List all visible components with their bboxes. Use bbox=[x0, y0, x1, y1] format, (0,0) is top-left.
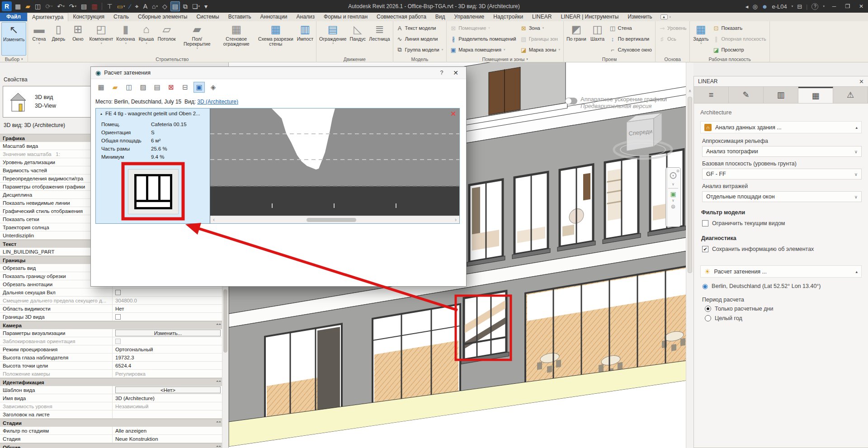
ribbon-tab-12[interactable]: Управление bbox=[450, 13, 489, 21]
property-value[interactable]: Регулировка bbox=[112, 370, 222, 377]
ribbon-button[interactable]: ▯Дверь bbox=[49, 22, 68, 56]
ribbon-button[interactable]: ◪Марка зоны▾ bbox=[519, 44, 562, 55]
collapse-infocenter-icon[interactable]: ◂ bbox=[745, 3, 749, 10]
linear-select[interactable]: Отдельные площади окон∨ bbox=[702, 191, 862, 202]
window-minus-icon[interactable]: ⊟ bbox=[179, 82, 191, 93]
project-browser-icon[interactable]: ▦ bbox=[14, 1, 22, 11]
measure-arrow-icon[interactable]: ▾ bbox=[123, 5, 125, 8]
property-value[interactable] bbox=[112, 313, 222, 321]
properties-section-header[interactable]: Общие⌃⌃ bbox=[0, 443, 222, 448]
print-icon[interactable]: ▤ bbox=[80, 1, 88, 11]
property-value[interactable]: Ортогональный bbox=[112, 345, 222, 353]
property-value[interactable]: Alle anzeigen bbox=[112, 427, 222, 434]
redo-icon[interactable]: ↷▾ bbox=[68, 1, 78, 11]
property-row[interactable]: Высота глаза наблюдателя19732.3 bbox=[0, 354, 222, 362]
linear-tab-menu[interactable]: ≡ bbox=[694, 87, 729, 103]
ribbon-tab-16[interactable]: Изменить bbox=[623, 13, 656, 21]
dialog-help-button[interactable]: ? bbox=[437, 70, 447, 76]
ribbon-button[interactable]: ◪Просмотр bbox=[711, 44, 768, 55]
canvas-vertical-scrollbar[interactable]: ∧ bbox=[686, 62, 693, 448]
property-value[interactable]: 6524.4 bbox=[112, 362, 222, 369]
sync-icon[interactable]: ⟳▾ bbox=[44, 1, 54, 11]
ribbon-tab-5[interactable]: Системы bbox=[192, 13, 223, 21]
ribbon-button[interactable]: ∦Разделитель помещений bbox=[448, 33, 518, 44]
ribbon-group-label[interactable]: Помещения и зоны▾ bbox=[447, 56, 563, 62]
search-icon[interactable]: ◎ bbox=[752, 3, 757, 10]
section-icon[interactable]: ◇ bbox=[161, 1, 169, 11]
sync-arrow-icon[interactable]: ▾ bbox=[51, 5, 53, 8]
ribbon-button[interactable]: ▥Импост bbox=[296, 22, 315, 56]
window-view-icon[interactable]: ▣ bbox=[193, 82, 205, 93]
linear-tab-library[interactable]: ▥ bbox=[764, 87, 798, 103]
navigation-bar[interactable]: ⊗ ⊙ ∨ ▣ ∨ ⊜ bbox=[665, 167, 681, 227]
scroll-left-icon[interactable]: ‹ bbox=[210, 217, 217, 223]
app-store-icon[interactable]: ⊟ bbox=[797, 3, 802, 10]
property-value[interactable] bbox=[112, 337, 222, 345]
dropdown-arrow-icon[interactable]: ▾ bbox=[196, 47, 198, 50]
property-value[interactable] bbox=[112, 410, 222, 418]
shading-chart[interactable]: ✕ ‹ › bbox=[210, 108, 459, 223]
ribbon-button[interactable]: ⌂Крыша ▾ bbox=[137, 22, 156, 56]
measure-icon[interactable]: ▭▾ bbox=[116, 1, 127, 11]
collapse-section-icon[interactable]: ⌃⌃ bbox=[216, 421, 221, 425]
collapse-group-icon[interactable]: ▴ bbox=[855, 269, 858, 274]
switch-windows-icon[interactable]: ❏▾ bbox=[191, 1, 201, 11]
close-inactive-icon[interactable]: ⧉ bbox=[182, 1, 189, 11]
switch-windows-arrow-icon[interactable]: ▾ bbox=[198, 5, 200, 8]
dropdown-arrow-icon[interactable]: ▾ bbox=[125, 42, 127, 45]
save-icon[interactable]: ◫ bbox=[33, 1, 42, 11]
ribbon-group-label[interactable]: Выбор▾ bbox=[0, 56, 28, 62]
tag-by-category-icon[interactable]: ⌖ bbox=[134, 1, 140, 11]
ribbon-button[interactable]: ⊠Зона▾ bbox=[519, 23, 562, 33]
ribbon-button[interactable]: ↕По вертикали bbox=[608, 33, 654, 44]
collapse-group-icon[interactable]: ▴ bbox=[855, 125, 858, 130]
customize-qat-icon[interactable]: ▾ bbox=[203, 1, 209, 11]
ribbon-button[interactable]: ∥Опорная плоскость bbox=[711, 33, 768, 44]
linear-radio-row[interactable]: Только расчетные дни bbox=[705, 305, 862, 313]
ribbon-group-label[interactable]: Проем bbox=[564, 56, 655, 62]
detail-line-icon[interactable]: ∕ bbox=[128, 1, 132, 11]
delete-icon[interactable]: ⊠ bbox=[165, 82, 177, 93]
ribbon-button[interactable]: ▮Колонна ▾ bbox=[115, 22, 136, 56]
linear-close-icon[interactable]: ✕ bbox=[859, 78, 864, 85]
undo-arrow-icon[interactable]: ▾ bbox=[63, 5, 65, 8]
dropdown-arrow-icon[interactable]: ▾ bbox=[38, 42, 40, 45]
collapse-section-icon[interactable]: ⌃⌃ bbox=[216, 445, 221, 448]
linear-checkbox-row[interactable]: Ограничить текущим видом bbox=[702, 219, 862, 228]
property-row[interactable]: Заблокированная ориентация bbox=[0, 337, 222, 345]
report-icon[interactable]: ▨ bbox=[137, 82, 149, 93]
property-value[interactable]: Независимый bbox=[112, 402, 222, 410]
ribbon-tab-6[interactable]: Вставить bbox=[224, 13, 256, 21]
ribbon-button[interactable]: ▦Схема разрезки стены bbox=[256, 22, 295, 56]
property-row[interactable]: Шаблон вида<Нет> bbox=[0, 386, 222, 394]
ribbon-button[interactable]: ↖Изменить bbox=[1, 22, 26, 56]
ribbon-tab-0[interactable]: Файл bbox=[0, 13, 27, 21]
selection-state-chip[interactable]: ▲ ▾ bbox=[660, 13, 671, 21]
open-icon[interactable]: ▰ bbox=[24, 1, 32, 11]
redo-arrow-icon[interactable]: ▾ bbox=[75, 5, 76, 8]
ribbon-tab-14[interactable]: LINEAR bbox=[528, 13, 556, 21]
chart-scroll-thumb[interactable] bbox=[307, 218, 356, 222]
ribbon-button[interactable]: ⊸Уровень bbox=[657, 23, 688, 33]
property-value-button[interactable]: Изменить... bbox=[115, 330, 221, 336]
ribbon-button[interactable]: ▣Марка помещения▾ bbox=[448, 44, 518, 55]
dropdown-arrow-icon[interactable]: ▾ bbox=[504, 48, 505, 52]
ribbon-button[interactable]: ▧Границы зон bbox=[519, 33, 562, 44]
ribbon-tab-3[interactable]: Сталь bbox=[109, 13, 133, 21]
radio-selected[interactable] bbox=[705, 306, 711, 312]
open-icon[interactable]: ▰ bbox=[109, 82, 121, 93]
ribbon-button[interactable]: ♯Ось bbox=[657, 33, 688, 44]
ribbon-button[interactable]: ▦Задать ▾ bbox=[691, 22, 710, 56]
ribbon-collapse-arrow-icon[interactable]: ▾ bbox=[670, 15, 671, 19]
property-row[interactable]: Имя вида3D (Architecture) bbox=[0, 394, 222, 402]
property-row[interactable]: Фильтр по стадиямAlle anzeigen bbox=[0, 427, 222, 435]
ribbon-tab-2[interactable]: Конструкция bbox=[68, 13, 109, 21]
linear-group-header[interactable]: ∩Анализ данных здания ...▴ bbox=[700, 121, 862, 133]
checkbox-unchecked[interactable] bbox=[115, 290, 121, 295]
canvas-scrollbar-thumb[interactable] bbox=[688, 97, 692, 273]
group-dropdown-arrow-icon[interactable]: ▾ bbox=[526, 57, 528, 61]
property-value[interactable]: 3D (Architecture) bbox=[112, 394, 222, 402]
close-button[interactable]: ✕ bbox=[854, 0, 868, 13]
ribbon-button[interactable]: AТекст модели bbox=[395, 23, 445, 33]
ribbon-group-label[interactable]: Рабочая плоскость bbox=[690, 56, 769, 62]
